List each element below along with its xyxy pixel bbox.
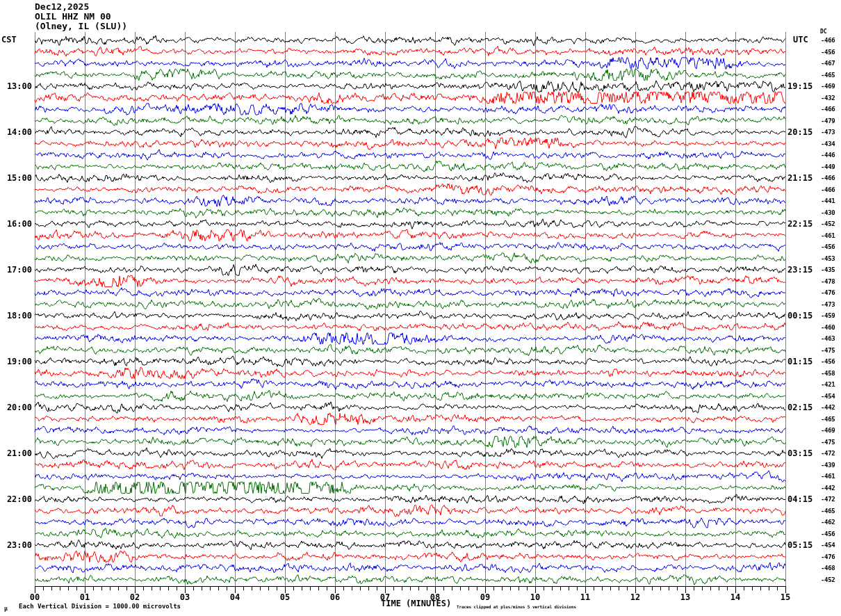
utc-hour-label: 04:15 bbox=[787, 494, 813, 504]
dc-offset-value: -441 bbox=[821, 197, 835, 204]
dc-offset-value: -461 bbox=[821, 473, 835, 480]
dc-offset-value: -460 bbox=[821, 324, 835, 331]
dc-offset-value: -465 bbox=[821, 72, 835, 79]
dc-offset-value: -476 bbox=[821, 289, 835, 296]
dc-offset-value: -479 bbox=[821, 117, 835, 124]
dc-offset-value: -421 bbox=[821, 381, 835, 388]
dc-offset-value: -454 bbox=[821, 393, 835, 400]
dc-offset-value: -439 bbox=[821, 462, 835, 469]
dc-offset-value: -442 bbox=[821, 485, 835, 492]
right-timezone-header: UTC bbox=[793, 35, 808, 44]
location-title: (Olney, IL (SLU)) bbox=[35, 22, 127, 31]
x-tick-label: 02 bbox=[130, 592, 140, 602]
dc-offset-value: -456 bbox=[821, 243, 835, 250]
x-tick-label: 01 bbox=[80, 592, 90, 602]
cst-hour-label: 18:00 bbox=[0, 311, 32, 321]
dc-offset-value: -456 bbox=[821, 49, 835, 56]
dc-offset-value: -469 bbox=[821, 427, 835, 434]
x-tick-label: 14 bbox=[730, 592, 740, 602]
dc-offset-value: -459 bbox=[821, 312, 835, 319]
dc-offset-value: -465 bbox=[821, 508, 835, 514]
dc-offset-value: -434 bbox=[821, 140, 835, 147]
x-tick-label: 12 bbox=[630, 592, 640, 602]
cst-hour-label: 17:00 bbox=[0, 265, 32, 275]
dc-offset-value: -430 bbox=[821, 209, 835, 216]
x-tick-label: 04 bbox=[230, 592, 240, 602]
dc-offset-value: -476 bbox=[821, 553, 835, 560]
dc-offset-value: -472 bbox=[821, 450, 835, 457]
seismogram-traces-canvas bbox=[0, 0, 841, 616]
utc-hour-label: 00:15 bbox=[787, 311, 813, 321]
cst-hour-label: 22:00 bbox=[0, 494, 32, 504]
dc-offset-value: -456 bbox=[821, 530, 835, 537]
dc-offset-value: -454 bbox=[821, 542, 835, 549]
clipping-note: Traces clipped at plus/minus 5 vertical … bbox=[457, 604, 576, 609]
dc-offset-value: -478 bbox=[821, 278, 835, 285]
utc-hour-label: 21:15 bbox=[787, 173, 813, 183]
cst-hour-label: 20:00 bbox=[0, 403, 32, 412]
utc-hour-label: 05:15 bbox=[787, 540, 813, 550]
dc-offset-value: -442 bbox=[821, 404, 835, 411]
dc-offset-value: -432 bbox=[821, 95, 835, 102]
dc-offset-value: -468 bbox=[821, 565, 835, 572]
x-tick-label: 05 bbox=[280, 592, 290, 602]
x-tick-label: 06 bbox=[330, 592, 340, 602]
dc-offset-value: -467 bbox=[821, 60, 835, 67]
dc-offset-value: -475 bbox=[821, 347, 835, 354]
cst-hour-label: 14:00 bbox=[0, 127, 32, 137]
station-title: OLIL HHZ NM 00 bbox=[35, 12, 111, 22]
x-tick-label: 10 bbox=[530, 592, 540, 602]
x-tick-label: 13 bbox=[680, 592, 690, 602]
dc-offset-value: -475 bbox=[821, 439, 835, 446]
x-tick-label: 11 bbox=[580, 592, 590, 602]
utc-hour-label: 19:15 bbox=[787, 81, 813, 91]
webicorder-display: { "title": { "line1": "Dec12,2025", "lin… bbox=[0, 0, 841, 616]
dc-offset-value: -435 bbox=[821, 266, 835, 273]
dc-offset-value: -472 bbox=[821, 496, 835, 503]
cst-hour-label: 23:00 bbox=[0, 540, 32, 550]
vertical-scale-note: Each Vertical Division = 1000.00 microvo… bbox=[19, 603, 181, 610]
dc-offset-value: -473 bbox=[821, 129, 835, 136]
dc-offset-value: -449 bbox=[821, 163, 835, 170]
dc-offset-value: -446 bbox=[821, 152, 835, 159]
dc-offset-value: -473 bbox=[821, 301, 835, 308]
utc-hour-label: 20:15 bbox=[787, 127, 813, 137]
utc-hour-label: 23:15 bbox=[787, 265, 813, 275]
utc-hour-label: 22:15 bbox=[787, 219, 813, 229]
cst-hour-label: 16:00 bbox=[0, 219, 32, 229]
utc-hour-label: 03:15 bbox=[787, 448, 813, 458]
date-title: Dec12,2025 bbox=[35, 2, 89, 12]
dc-offset-value: -452 bbox=[821, 576, 835, 583]
dc-offset-value: -458 bbox=[821, 370, 835, 377]
cst-hour-label: 21:00 bbox=[0, 448, 32, 458]
dc-offset-value: -466 bbox=[821, 175, 835, 181]
dc-offset-header: DC bbox=[820, 29, 827, 35]
dc-offset-value: -462 bbox=[821, 519, 835, 526]
x-tick-label: 15 bbox=[781, 592, 790, 602]
dc-offset-value: -466 bbox=[821, 186, 835, 193]
dc-offset-value: -461 bbox=[821, 232, 835, 239]
dc-offset-value: -466 bbox=[821, 37, 835, 44]
cst-hour-label: 13:00 bbox=[0, 81, 32, 91]
dc-offset-value: -466 bbox=[821, 106, 835, 113]
left-timezone-header: CST bbox=[1, 35, 17, 44]
utc-hour-label: 01:15 bbox=[787, 357, 813, 366]
dc-offset-value: -465 bbox=[821, 416, 835, 423]
x-axis-title: TIME (MINUTES) bbox=[381, 599, 451, 608]
corner-logo-glyph: μ bbox=[4, 606, 8, 612]
cst-hour-label: 15:00 bbox=[0, 173, 32, 183]
dc-offset-value: -469 bbox=[821, 83, 835, 90]
utc-hour-label: 02:15 bbox=[787, 403, 813, 412]
dc-offset-value: -456 bbox=[821, 358, 835, 365]
dc-offset-value: -452 bbox=[821, 220, 835, 227]
cst-hour-label: 19:00 bbox=[0, 357, 32, 366]
x-tick-label: 03 bbox=[180, 592, 190, 602]
x-tick-label: 00 bbox=[30, 592, 40, 602]
dc-offset-value: -453 bbox=[821, 255, 835, 262]
x-tick-label: 09 bbox=[480, 592, 490, 602]
dc-offset-value: -463 bbox=[821, 335, 835, 342]
